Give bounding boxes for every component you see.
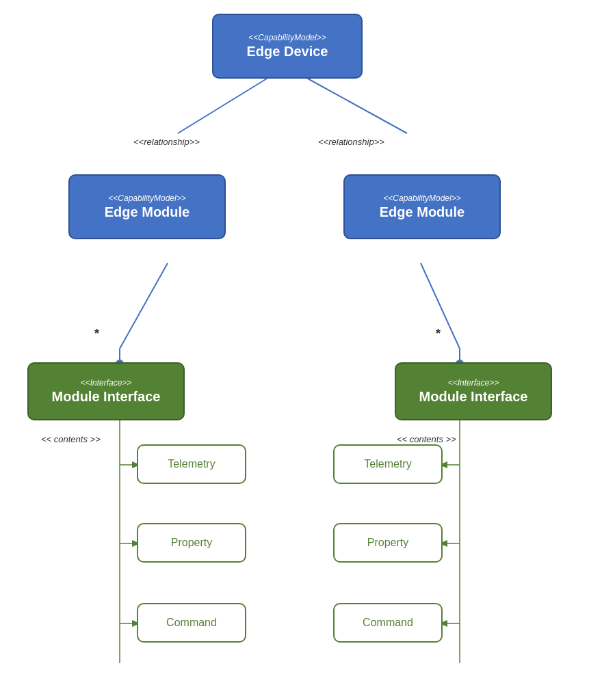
left-telemetry-box: Telemetry — [137, 444, 246, 484]
multiplicity-right: * — [436, 327, 441, 341]
edge-module-left-stereotype: <<CapabilityModel>> — [108, 193, 185, 203]
diagram-container: <<CapabilityModel>> Edge Device <<relati… — [0, 0, 615, 700]
module-interface-right-label: Module Interface — [419, 389, 528, 405]
module-interface-right-node: <<Interface>> Module Interface — [395, 362, 552, 420]
edge-module-right-node: <<CapabilityModel>> Edge Module — [343, 174, 501, 239]
contents-label-right: << contents >> — [397, 434, 456, 444]
svg-connectors — [0, 0, 615, 700]
module-interface-left-stereotype: <<Interface>> — [81, 378, 132, 388]
module-interface-left-node: <<Interface>> Module Interface — [27, 362, 185, 420]
multiplicity-left: * — [94, 327, 99, 341]
relationship-label-left: <<relationship>> — [133, 137, 200, 147]
left-command-box: Command — [137, 603, 246, 643]
contents-label-left: << contents >> — [41, 434, 101, 444]
edge-device-node: <<CapabilityModel>> Edge Device — [212, 14, 363, 79]
edge-device-stereotype: <<CapabilityModel>> — [248, 33, 326, 42]
edge-module-left-node: <<CapabilityModel>> Edge Module — [68, 174, 226, 239]
svg-line-2 — [120, 263, 168, 349]
right-telemetry-box: Telemetry — [333, 444, 443, 484]
edge-module-right-label: Edge Module — [380, 204, 464, 220]
svg-line-1 — [308, 79, 407, 133]
module-interface-left-label: Module Interface — [52, 389, 161, 405]
relationship-label-right: <<relationship>> — [318, 137, 384, 147]
edge-module-right-stereotype: <<CapabilityModel>> — [383, 193, 460, 203]
right-property-box: Property — [333, 523, 443, 563]
edge-device-label: Edge Device — [247, 44, 328, 59]
right-command-box: Command — [333, 603, 443, 643]
left-property-box: Property — [137, 523, 246, 563]
svg-line-0 — [178, 79, 267, 133]
module-interface-right-stereotype: <<Interface>> — [448, 378, 499, 388]
edge-module-left-label: Edge Module — [105, 204, 189, 220]
